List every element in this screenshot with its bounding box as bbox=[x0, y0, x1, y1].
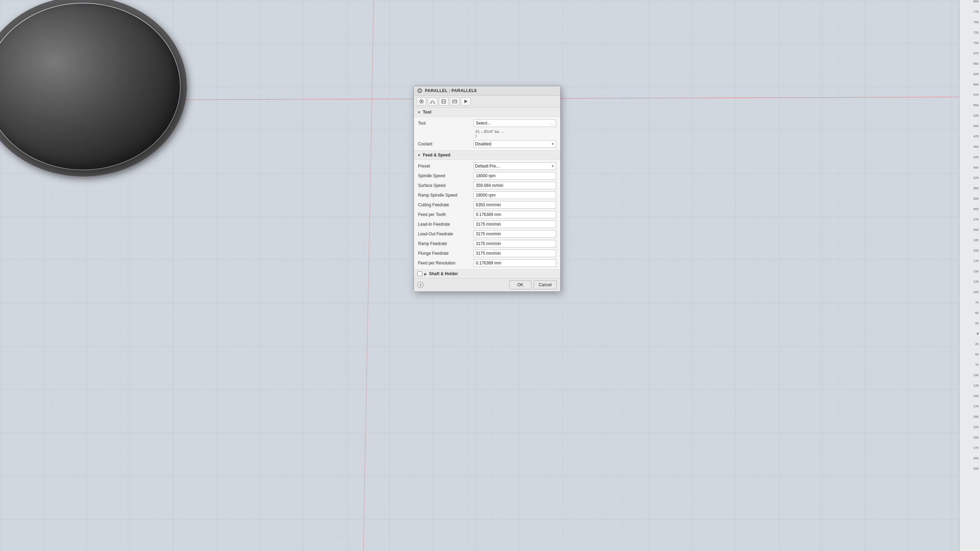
feed-per-rev-input[interactable] bbox=[473, 259, 556, 267]
lead-in-label: Lead-In Feedrate bbox=[418, 222, 473, 227]
coolant-select[interactable]: Disabled Flood Mist bbox=[473, 140, 556, 148]
feed-speed-arrow: ▼ bbox=[417, 153, 421, 157]
tool-section-header[interactable]: ▼ Tool bbox=[414, 108, 560, 117]
ramp-feedrate-label: Ramp Feedrate bbox=[418, 241, 473, 246]
tool-select-wrapper: Select... … bbox=[473, 119, 556, 127]
feed-speed-section-header[interactable]: ▼ Feed & Speed bbox=[414, 151, 560, 160]
toolbar-geometry-btn[interactable] bbox=[439, 97, 449, 105]
toolbar-simulation-btn[interactable] bbox=[461, 97, 471, 105]
tool-section-arrow: ▼ bbox=[417, 110, 421, 114]
linking-icon bbox=[452, 99, 457, 104]
preset-row: Preset Default Pre... ▼ bbox=[414, 161, 560, 171]
ramp-spindle-row: Ramp Spindle Speed bbox=[414, 190, 560, 200]
svg-point-7 bbox=[431, 103, 431, 104]
feed-per-tooth-input[interactable] bbox=[473, 211, 556, 218]
ramp-feedrate-row: Ramp Feedrate bbox=[414, 239, 560, 248]
path-icon bbox=[430, 99, 435, 104]
shaft-holder-arrow: ▶ bbox=[424, 272, 427, 276]
lead-in-row: Lead-In Feedrate bbox=[414, 220, 560, 229]
shaft-holder-row[interactable]: ▶ Shaft & Holder bbox=[414, 269, 560, 278]
tool-value-row: #1 – Ø1/4" ba … ) bbox=[414, 128, 560, 139]
svg-marker-14 bbox=[465, 100, 468, 103]
lead-out-label: Lead-Out Feedrate bbox=[418, 231, 473, 236]
plunge-feedrate-row: Plunge Feedrate bbox=[414, 248, 560, 258]
cancel-button[interactable]: Cancel bbox=[534, 280, 557, 289]
cutting-feedrate-label: Cutting Feedrate bbox=[418, 202, 473, 207]
lead-out-row: Lead-Out Feedrate bbox=[414, 229, 560, 239]
feed-per-rev-row: Feed per Revolution bbox=[414, 258, 560, 268]
lead-in-input[interactable] bbox=[473, 220, 556, 228]
info-button[interactable]: i bbox=[417, 282, 423, 288]
geometry-icon bbox=[441, 99, 446, 104]
dialog-toolbar bbox=[414, 96, 560, 108]
plunge-feedrate-label: Plunge Feedrate bbox=[418, 251, 473, 256]
tool-section-body: Tool Select... … #1 – Ø1/4" ba … ) Coola… bbox=[414, 117, 560, 150]
tool-info-text: #1 – Ø1/4" ba … ) bbox=[473, 129, 556, 138]
tool-select-button[interactable]: Select... … bbox=[473, 119, 556, 127]
dialog-footer: i OK Cancel bbox=[414, 278, 560, 291]
toolbar-tool-btn[interactable] bbox=[417, 97, 426, 105]
shaft-holder-checkbox[interactable] bbox=[417, 271, 422, 276]
feed-speed-body: Preset Default Pre... ▼ Spindle Speed Su… bbox=[414, 160, 560, 269]
spindle-speed-label: Spindle Speed bbox=[418, 174, 473, 178]
ok-button[interactable]: OK bbox=[509, 280, 531, 289]
svg-line-4 bbox=[363, 0, 374, 551]
surface-speed-row: Surface Speed bbox=[414, 181, 560, 190]
svg-rect-11 bbox=[453, 100, 457, 103]
ramp-spindle-label: Ramp Spindle Speed bbox=[418, 193, 473, 197]
toolbar-path-btn[interactable] bbox=[428, 97, 438, 105]
feed-speed-title: Feed & Speed bbox=[423, 153, 450, 158]
parallel-dialog: ⊖ PARALLEL : PARALLEL8 bbox=[414, 86, 561, 292]
cutting-feedrate-row: Cutting Feedrate bbox=[414, 200, 560, 210]
svg-point-6 bbox=[421, 101, 422, 102]
tool-value: #1 – Ø1/4" ba bbox=[476, 129, 499, 134]
surface-speed-input[interactable] bbox=[473, 182, 556, 190]
tool-icon bbox=[419, 99, 424, 104]
shaft-holder-label: Shaft & Holder bbox=[429, 271, 458, 276]
ramp-spindle-input[interactable] bbox=[473, 191, 556, 199]
3d-disk bbox=[0, 0, 221, 170]
preset-label: Preset bbox=[418, 164, 473, 169]
preset-select[interactable]: Default Pre... bbox=[473, 162, 556, 170]
dialog-titlebar: ⊖ PARALLEL : PARALLEL8 bbox=[414, 86, 560, 96]
feed-per-rev-label: Feed per Revolution bbox=[418, 261, 473, 266]
lead-out-input[interactable] bbox=[473, 230, 556, 238]
surface-speed-label: Surface Speed bbox=[418, 183, 473, 188]
tool-value-ellipsis: … bbox=[500, 129, 504, 134]
tool-value-suffix: ) bbox=[476, 134, 477, 138]
feed-per-tooth-row: Feed per Tooth bbox=[414, 210, 560, 220]
spindle-speed-input[interactable] bbox=[473, 172, 556, 180]
coolant-select-wrapper: Disabled Flood Mist ▼ bbox=[473, 140, 556, 148]
feed-per-tooth-label: Feed per Tooth bbox=[418, 212, 473, 217]
ramp-feedrate-input[interactable] bbox=[473, 240, 556, 247]
svg-point-8 bbox=[434, 103, 435, 104]
toolbar-linking-btn[interactable] bbox=[450, 97, 460, 105]
tool-label: Tool bbox=[418, 121, 473, 126]
dialog-title: PARALLEL : PARALLEL8 bbox=[425, 88, 477, 93]
tool-row: Tool Select... … bbox=[414, 118, 560, 128]
ruler-right: 800 775 750 725 700 675 650 625 600 575 … bbox=[959, 0, 980, 551]
coolant-row: Coolant Disabled Flood Mist ▼ bbox=[414, 139, 560, 149]
cutting-feedrate-input[interactable] bbox=[473, 201, 556, 209]
dialog-title-icon: ⊖ bbox=[417, 88, 422, 93]
simulation-icon bbox=[463, 99, 468, 104]
footer-buttons: OK Cancel bbox=[509, 280, 557, 289]
tool-section-title: Tool bbox=[423, 110, 431, 115]
coolant-label: Coolant bbox=[418, 142, 473, 147]
plunge-feedrate-input[interactable] bbox=[473, 250, 556, 257]
spindle-speed-row: Spindle Speed bbox=[414, 171, 560, 181]
